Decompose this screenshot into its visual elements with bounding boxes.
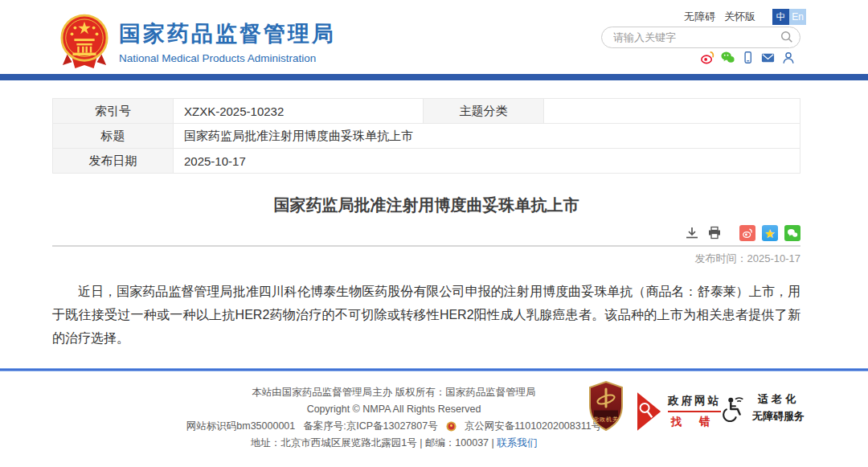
footer-police-record[interactable]: 京公网安备11010202008311号 xyxy=(465,418,601,435)
national-emblem-icon xyxy=(59,14,109,72)
topbar: 无障碍 关怀版 中 En xyxy=(684,9,806,25)
search-box xyxy=(601,27,800,48)
article-title: 国家药监局批准注射用博度曲妥珠单抗上市 xyxy=(52,195,800,216)
download-icon[interactable] xyxy=(684,225,700,241)
accessibility-service-badge[interactable]: 适老化 无障碍服务 xyxy=(722,392,805,424)
site-title: 国家药品监督管理局 xyxy=(119,19,336,48)
footer-copyright-line: Copyright © NMPA All Rights Reserved xyxy=(185,401,603,418)
party-government-badge[interactable]: 党政机关 xyxy=(588,381,624,431)
share-weibo-icon[interactable] xyxy=(739,225,755,241)
police-badge-icon xyxy=(446,421,457,432)
main-content: 索引号 XZXK-2025-10232 主题分类 标题 国家药监局批准注射用博度… xyxy=(52,98,800,350)
find-error-flag-icon xyxy=(637,391,662,432)
social-icon-row xyxy=(700,50,796,65)
find-error-top-label: 政府网站 xyxy=(668,394,721,408)
publish-time: 发布时间：2025-10-17 xyxy=(52,252,800,266)
topic-label: 主题分类 xyxy=(424,99,544,124)
date-label: 发布日期 xyxy=(53,149,174,174)
find-error-badge[interactable]: 政府网站 找 错 xyxy=(637,391,721,432)
header-divider-bar xyxy=(0,74,868,80)
footer-text-block: 本站由国家药品监督管理局主办 版权所有：国家药品监督管理局 Copyright … xyxy=(185,384,603,452)
site-subtitle: National Medical Products Administration xyxy=(119,52,336,64)
elderly-bottom-label: 无障碍服务 xyxy=(752,409,805,424)
site-brand: 国家药品监督管理局 National Medical Products Admi… xyxy=(119,19,336,64)
find-error-bottom-label: 找 错 xyxy=(668,415,721,429)
table-row: 发布日期 2025-10-17 xyxy=(53,149,800,174)
table-row: 索引号 XZXK-2025-10232 主题分类 xyxy=(53,99,800,124)
document-meta-table: 索引号 XZXK-2025-10232 主题分类 标题 国家药监局批准注射用博度… xyxy=(52,98,800,174)
publish-time-label: 发布时间： xyxy=(695,252,747,264)
contact-us-link[interactable]: 联系我们 xyxy=(497,437,537,449)
search-input[interactable] xyxy=(613,28,766,47)
mobile-icon[interactable] xyxy=(740,50,755,65)
article-paragraph: 近日，国家药品监督管理局批准四川科伦博泰生物医药股份有限公司申报的注射用博度曲妥… xyxy=(52,280,800,350)
index-label: 索引号 xyxy=(53,99,174,124)
title-label: 标题 xyxy=(53,124,174,149)
footer-site-code: 网站标识码bm35000001 xyxy=(186,418,295,435)
publish-time-value: 2025-10-17 xyxy=(747,252,801,264)
wheelchair-icon xyxy=(722,395,747,422)
footer-address-line: 地址：北京市西城区展览路北露园1号 | 邮编：100037 | 联系我们 xyxy=(185,435,603,452)
accessibility-link[interactable]: 无障碍 xyxy=(684,10,715,24)
index-value: XZXK-2025-10232 xyxy=(174,99,424,124)
lang-en-toggle[interactable]: En xyxy=(789,9,806,25)
title-value: 国家药监局批准注射用博度曲妥珠单抗上市 xyxy=(174,124,800,149)
footer-record-line: 网站标识码bm35000001 备案序号:京ICP备13027807号 京公网安… xyxy=(185,418,603,435)
site-footer: 本站由国家药品监督管理局主办 版权所有：国家药品监督管理局 Copyright … xyxy=(0,371,868,467)
footer-icp[interactable]: 备案序号:京ICP备13027807号 xyxy=(303,418,437,435)
find-error-divider xyxy=(668,411,721,412)
wechat-icon[interactable] xyxy=(720,50,735,65)
share-favorite-icon[interactable]: ★ xyxy=(762,225,778,241)
table-row: 标题 国家药监局批准注射用博度曲妥珠单抗上市 xyxy=(53,124,800,149)
topic-value xyxy=(544,99,800,124)
footer-host-line: 本站由国家药品监督管理局主办 版权所有：国家药品监督管理局 xyxy=(185,384,603,401)
elderly-top-label: 适老化 xyxy=(758,392,799,407)
mail-icon[interactable] xyxy=(760,50,776,65)
care-version-link[interactable]: 关怀版 xyxy=(724,10,755,24)
weibo-icon[interactable] xyxy=(700,50,715,65)
footer-address: 地址：北京市西城区展览路北露园1号 | 邮编：100037 | xyxy=(251,437,494,449)
party-badge-label: 党政机关 xyxy=(588,416,624,424)
share-bar: ★ xyxy=(52,225,800,247)
search-icon[interactable] xyxy=(779,30,795,46)
site-header: 国家药品监督管理局 National Medical Products Admi… xyxy=(0,0,868,74)
lang-zh-toggle[interactable]: 中 xyxy=(772,9,789,25)
user-icon[interactable] xyxy=(780,50,796,65)
date-value: 2025-10-17 xyxy=(174,149,800,174)
print-icon[interactable] xyxy=(706,225,723,241)
page: 国家药品监督管理局 National Medical Products Admi… xyxy=(0,0,868,467)
share-wechat-icon[interactable] xyxy=(784,225,800,241)
